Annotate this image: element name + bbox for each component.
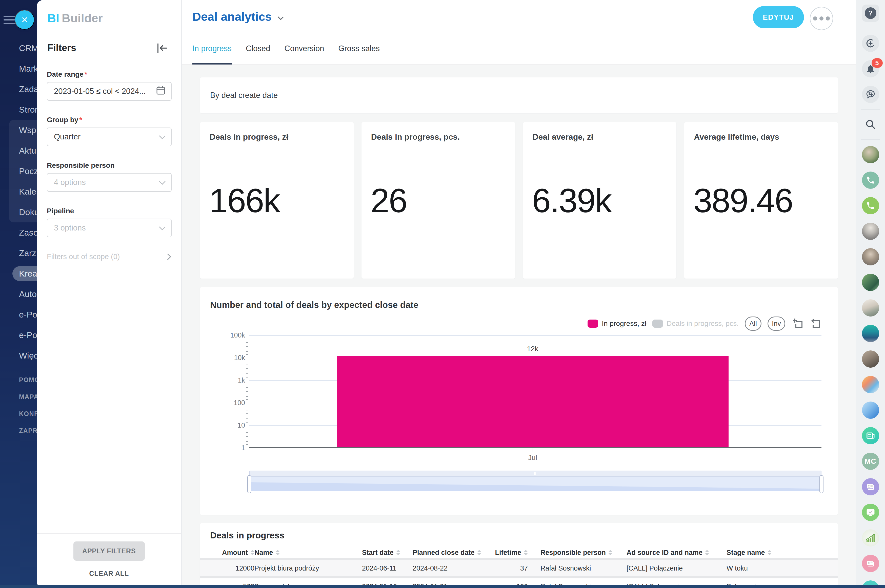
column-header-stage-name[interactable]: Stage name [727,549,828,556]
sidebar-footer-item-zapro[interactable]: ZAPRO [0,422,37,439]
kpi-value: 389.46 [693,181,793,220]
news-button[interactable] [862,427,879,444]
photo-office[interactable] [862,350,879,368]
copilot-button[interactable] [862,34,879,52]
sidebar-item-stron[interactable]: Stron [0,99,37,120]
sort-icon[interactable] [396,550,400,555]
photo-building[interactable] [862,274,879,291]
legend-label: In progress, zł [602,320,646,328]
slider-preview-area [249,477,822,491]
sidebar-item-wi-c[interactable]: Więc [0,345,37,366]
close-panel-button[interactable]: × [15,10,35,30]
collapse-panel-icon[interactable] [156,42,168,54]
mc-avatar[interactable]: MC [862,453,879,470]
filters-title: Filters [47,42,76,53]
report-subtitle-card: By deal create date [200,77,838,113]
legend-item-in-progress-z[interactable]: In progress, zł [587,320,646,328]
contact-card-purple[interactable] [862,478,879,495]
legend-item-deals-in-progress-pcs[interactable]: Deals in progress, pcs. [652,320,739,328]
notifications-button[interactable]: 5 [862,60,879,77]
responsible-person-select[interactable]: 4 options [47,173,171,192]
sidebar-footer-item-mapa[interactable]: MAPA [0,388,37,405]
call-button-teal[interactable] [862,171,879,189]
call-button-green[interactable] [862,197,879,214]
column-header-start-date[interactable]: Start date [362,549,413,556]
sales-growth-chart[interactable] [862,529,879,546]
tab-gross-sales[interactable]: Gross sales [338,41,380,64]
sidebar-footer-item-pomo[interactable]: POMO [0,371,37,388]
contact-card-pink[interactable] [862,555,879,572]
column-header-lifetime[interactable]: Lifetime [497,549,528,556]
column-header-responsible-person[interactable]: Responsible person [528,549,627,556]
user-avatar[interactable] [862,146,879,163]
photo-room[interactable] [862,299,879,316]
sidebar-item-pocz[interactable]: Pocz [9,161,37,182]
sidebar-item-aktu[interactable]: Aktu [9,140,37,161]
tasks-monitor-button[interactable] [862,504,879,521]
column-header-amount[interactable]: Amount [210,549,254,556]
bottom-taskbar [0,585,885,588]
sort-icon[interactable] [705,550,709,555]
sidebar-item-doku[interactable]: Doku [9,202,37,222]
hamburger-menu-icon[interactable] [3,16,16,26]
avatar-blonde-woman[interactable] [862,223,879,240]
sort-icon[interactable] [608,550,612,555]
page-title[interactable]: Deal analytics [192,10,283,24]
slider-track[interactable] [249,477,822,491]
search-button[interactable] [862,116,879,133]
sidebar-item-mark[interactable]: Mark [0,58,37,79]
more-options-button[interactable] [810,7,833,30]
slider-left-handle[interactable] [247,475,251,494]
sidebar-footer-item-konf[interactable]: KONF [0,405,37,422]
kpi-card-deals-in-progress-z: Deals in progress, zł166k [200,122,354,279]
sidebar-item-zarz[interactable]: Zarz [0,243,37,263]
sidebar-item-auto[interactable]: Auto [0,284,37,304]
date-range-input[interactable]: 2023-01-05 ≤ col < 2024... [47,82,171,101]
sort-icon[interactable] [768,550,772,555]
group-by-select[interactable]: Quarter [47,128,171,146]
sidebar-item-e-po[interactable]: e-Po [0,325,37,345]
chart-range-slider[interactable] [249,471,822,491]
photo-aurora[interactable] [862,325,879,342]
sidebar-item-kale[interactable]: Kale [9,182,37,202]
reset-zoom-icon[interactable] [810,318,821,329]
illustration-clipart[interactable] [862,376,879,393]
chart-control-all[interactable]: All [745,316,762,331]
sort-icon[interactable] [477,550,481,555]
pipeline-select[interactable]: 3 options [47,219,171,237]
sort-icon[interactable] [276,550,280,555]
tab-closed[interactable]: Closed [246,41,270,64]
table-row[interactable]: 12000Projekt biura podróży2024-06-112024… [200,560,838,576]
edit-button[interactable]: EDYTUJ [753,6,804,28]
apply-filters-button[interactable]: APPLY FILTERS [74,542,145,561]
tab-conversion[interactable]: Conversion [284,41,324,64]
sort-icon[interactable] [524,550,528,555]
sidebar-item-crm[interactable]: CRM [0,38,37,58]
tab-in-progress[interactable]: In progress [192,41,231,64]
column-header-planned-close-date[interactable]: Planned close date [413,549,497,556]
column-header-ad-source-id-and-name[interactable]: Ad source ID and name [627,549,727,556]
column-header-name[interactable]: Name [254,549,362,556]
sidebar-item-e-po[interactable]: e-Po [0,304,37,325]
zoom-selection-icon[interactable] [792,318,803,329]
slider-right-handle[interactable] [819,475,823,494]
cell-responsible-person: Rafał Sosnowski [528,564,627,572]
slider-grip[interactable] [249,471,822,477]
calendar-icon[interactable] [156,86,165,97]
sort-icon[interactable] [250,550,254,555]
help-button[interactable]: ? [862,4,879,22]
filters-out-of-scope-link[interactable]: Filters out of scope (0) [47,252,171,261]
sidebar-item-krea[interactable]: Krea [0,263,37,284]
messenger-button[interactable] [862,86,879,103]
y-axis-tick-label: 1 [204,444,245,452]
sidebar-item-zaso[interactable]: Zaso [0,222,37,243]
illustration-browser[interactable] [862,402,879,419]
chart-control-inv[interactable]: Inv [768,316,785,331]
sidebar-item-wsp[interactable]: Wsp [9,120,37,140]
bar-in-progress-jul[interactable] [337,356,729,447]
y-axis-minor-tick [246,413,248,414]
kpi-label: Deals in progress, pcs. [371,132,460,142]
avatar-bearded-man[interactable] [862,248,879,266]
clear-all-button[interactable]: CLEAR ALL [89,570,129,578]
sidebar-item-zada[interactable]: Zada [0,79,37,99]
